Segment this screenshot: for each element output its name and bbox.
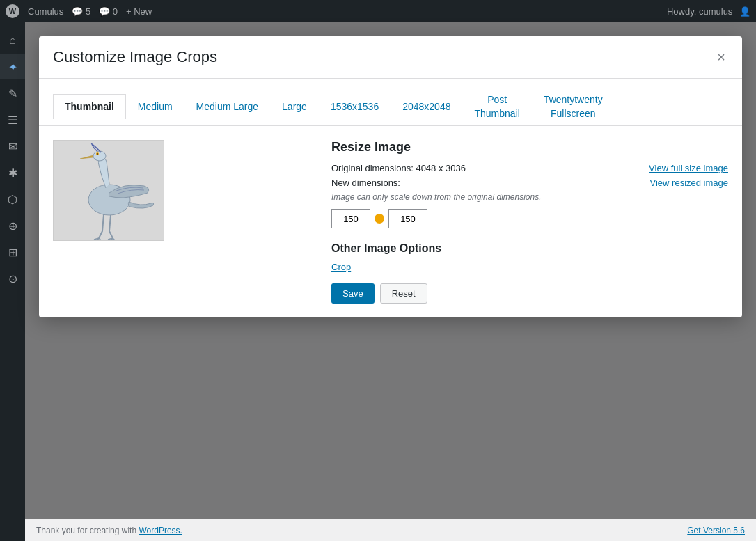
wordpress-link[interactable]: WordPress. — [139, 526, 182, 535]
tab-medium-large[interactable]: Medium Large — [184, 94, 271, 120]
admin-sidebar: ⌂ ✦ ✎ ☰ ✉ ✱ ⬡ ⊕ ⊞ ⊙ — [0, 22, 25, 541]
save-button[interactable]: Save — [331, 283, 375, 304]
heron-preview-image — [53, 140, 164, 241]
user-avatar-icon: 👤 — [739, 6, 750, 17]
tab-medium[interactable]: Medium — [126, 94, 184, 120]
svg-point-4 — [97, 153, 98, 155]
footer-bar: Thank you for creating with WordPress. G… — [25, 519, 756, 541]
modal-title: Customize Image Crops — [53, 48, 217, 66]
comment-count: 💬 5 — [72, 6, 90, 17]
tabs-bar: Thumbnail Medium Medium Large Large 1536… — [39, 79, 742, 126]
other-options-title: Other Image Options — [331, 242, 728, 255]
message-count: 💬 0 — [99, 6, 118, 17]
sidebar-icon-posts[interactable]: ✎ — [0, 81, 25, 106]
customize-image-crops-modal: Customize Image Crops × Thumbnail Medium… — [39, 36, 742, 317]
modal-header: Customize Image Crops × — [39, 36, 742, 79]
sidebar-icon-settings[interactable]: ⊙ — [0, 266, 25, 291]
view-resized-link[interactable]: View resized image — [650, 178, 728, 188]
dimension-inputs-row — [331, 209, 728, 228]
close-button[interactable]: × — [714, 47, 728, 67]
sidebar-icon-users[interactable]: ⊕ — [0, 213, 25, 238]
sidebar-icon-home[interactable]: ⌂ — [0, 28, 25, 53]
image-preview-area — [53, 140, 304, 304]
site-name[interactable]: Cumulus — [28, 6, 63, 17]
crop-link[interactable]: Crop — [331, 262, 728, 272]
original-dimensions-value: 4048 x 3036 — [416, 163, 466, 173]
view-full-size-link[interactable]: View full size image — [649, 163, 728, 173]
tab-large[interactable]: Large — [270, 94, 319, 120]
original-dimensions-row: Original dimensions: 4048 x 3036 View fu… — [331, 163, 728, 173]
get-version-link[interactable]: Get Version 5.6 — [687, 526, 745, 535]
right-panel: Resize Image Original dimensions: 4048 x… — [331, 140, 728, 304]
admin-bar: W Cumulus 💬 5 💬 0 + New Howdy, cumulus 👤 — [0, 0, 756, 22]
modal-overlay: Customize Image Crops × Thumbnail Medium… — [25, 22, 756, 519]
height-input[interactable] — [388, 209, 427, 228]
tab-2048x2048[interactable]: 2048x2048 — [391, 94, 462, 120]
new-item-button[interactable]: + New — [126, 6, 152, 17]
main-content: Customize Image Crops × Thumbnail Medium… — [25, 22, 756, 519]
scale-note: Image can only scale down from the origi… — [331, 192, 728, 202]
user-greeting: Howdy, cumulus — [667, 6, 732, 17]
sidebar-icon-tools[interactable]: ⊞ — [0, 240, 25, 265]
action-buttons: Save Reset — [331, 283, 728, 304]
svg-point-2 — [93, 151, 106, 161]
tab-twentytwenty-fullscreen[interactable]: TwentytwentyFullscreen — [532, 87, 615, 126]
wp-logo-icon[interactable]: W — [6, 4, 19, 18]
footer-thank-you: Thank you for creating with WordPress. — [36, 526, 182, 535]
sidebar-icon-media[interactable]: ✦ — [0, 54, 25, 79]
new-dimensions-row: New dimensions: View resized image — [331, 178, 728, 188]
new-dimensions-label: New dimensions: — [331, 178, 400, 188]
tab-1536x1536[interactable]: 1536x1536 — [319, 94, 391, 120]
modal-body: Resize Image Original dimensions: 4048 x… — [39, 126, 742, 317]
tab-thumbnail[interactable]: Thumbnail — [53, 94, 126, 120]
sidebar-icon-plugins[interactable]: ⬡ — [0, 187, 25, 212]
sidebar-icon-pages[interactable]: ☰ — [0, 107, 25, 132]
link-proportions-icon[interactable] — [375, 214, 384, 224]
resize-section-title: Resize Image — [331, 140, 728, 155]
original-dimensions-label: Original dimensions: 4048 x 3036 — [331, 163, 466, 173]
tab-post-thumbnail[interactable]: PostThumbnail — [462, 87, 531, 126]
sidebar-icon-comments[interactable]: ✉ — [0, 134, 25, 159]
reset-button[interactable]: Reset — [380, 283, 427, 304]
sidebar-icon-appearance[interactable]: ✱ — [0, 160, 25, 185]
width-input[interactable] — [331, 209, 370, 228]
